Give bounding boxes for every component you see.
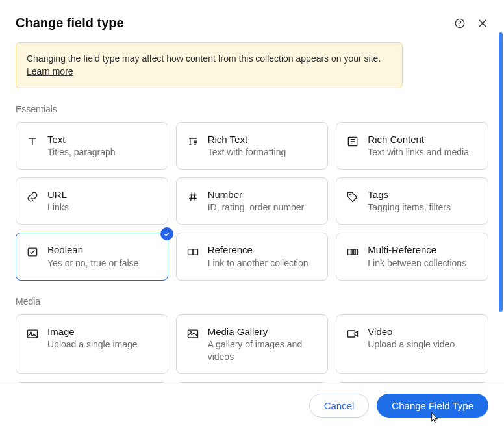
field-option-reference[interactable]: ReferenceLink to another collection bbox=[176, 233, 329, 280]
field-type-grid: ImageUpload a single imageMedia GalleryA… bbox=[16, 314, 488, 383]
card-title: Video bbox=[368, 325, 479, 338]
field-option-image[interactable]: ImageUpload a single image bbox=[16, 314, 168, 374]
modal-title: Change field type bbox=[16, 16, 124, 31]
svg-rect-14 bbox=[348, 331, 355, 337]
card-title: Reference bbox=[208, 244, 319, 257]
card-title: Number bbox=[208, 188, 319, 201]
card-body: Rich TextText with formatting bbox=[208, 133, 319, 158]
section-label: Essentials bbox=[16, 104, 488, 114]
modal-footer: Cancel Change Field Type bbox=[0, 383, 504, 428]
card-body: ImageUpload a single image bbox=[47, 325, 158, 351]
video-icon bbox=[346, 327, 360, 341]
header-actions bbox=[455, 18, 488, 29]
card-title: Media Gallery bbox=[208, 325, 319, 338]
modal-content: Changing the field type may affect how c… bbox=[0, 36, 504, 383]
card-description: Text with links and media bbox=[368, 146, 479, 158]
card-title: Boolean bbox=[47, 244, 158, 257]
field-option-document[interactable]: DocumentAdd files to a collection bbox=[176, 382, 329, 383]
multi-reference-icon bbox=[346, 245, 360, 259]
svg-rect-7 bbox=[348, 249, 353, 255]
help-icon[interactable] bbox=[455, 18, 465, 29]
card-title: URL bbox=[47, 188, 158, 201]
card-title: Rich Text bbox=[208, 133, 319, 146]
card-body: TagsTagging items, filters bbox=[368, 188, 479, 214]
field-option-boolean[interactable]: BooleanYes or no, true or false bbox=[16, 233, 168, 280]
card-body: NumberID, rating, order number bbox=[208, 188, 319, 214]
svg-point-13 bbox=[190, 331, 191, 333]
number-icon bbox=[186, 190, 200, 204]
selected-check-icon bbox=[160, 227, 173, 240]
field-option-tags[interactable]: TagsTagging items, filters bbox=[336, 177, 488, 225]
card-body: BooleanYes or no, true or false bbox=[47, 244, 158, 269]
cancel-button[interactable]: Cancel bbox=[309, 394, 370, 418]
card-body: Media GalleryA gallery of images and vid… bbox=[208, 325, 319, 363]
field-option-text[interactable]: TextTitles, paragraph bbox=[16, 122, 168, 170]
card-title: Multi-Reference bbox=[368, 244, 479, 257]
reference-icon bbox=[186, 245, 200, 259]
card-description: Upload a single video bbox=[368, 338, 479, 351]
field-option-multiple-documents[interactable]: Multiple documentsLet site site visitors… bbox=[336, 382, 488, 383]
field-option-multi-reference[interactable]: Multi-ReferenceLink between collections bbox=[336, 233, 488, 280]
card-body: Rich ContentText with links and media bbox=[368, 133, 479, 158]
warning-text: Changing the field type may affect how c… bbox=[27, 53, 381, 64]
card-body: VideoUpload a single video bbox=[368, 325, 479, 351]
svg-point-3 bbox=[350, 194, 351, 195]
section-label: Media bbox=[16, 296, 488, 307]
image-icon bbox=[25, 327, 40, 341]
tags-icon bbox=[346, 190, 360, 204]
rich-content-icon bbox=[346, 134, 360, 149]
field-option-rich-text[interactable]: Rich TextText with formatting bbox=[176, 122, 329, 170]
field-option-media-gallery[interactable]: Media GalleryA gallery of images and vid… bbox=[176, 314, 329, 374]
learn-more-link[interactable]: Learn more bbox=[27, 66, 73, 77]
field-option-url[interactable]: URLLinks bbox=[16, 177, 168, 225]
card-body: URLLinks bbox=[47, 188, 158, 214]
card-title: Image bbox=[47, 325, 158, 338]
boolean-icon bbox=[25, 245, 40, 259]
change-field-type-button[interactable]: Change Field Type bbox=[377, 394, 488, 418]
card-description: Titles, paragraph bbox=[47, 146, 158, 158]
scrollbar-thumb[interactable] bbox=[499, 32, 503, 312]
media-gallery-icon bbox=[186, 327, 200, 341]
field-option-video[interactable]: VideoUpload a single video bbox=[336, 314, 488, 374]
card-description: Link between collections bbox=[368, 257, 479, 270]
field-option-audio[interactable]: AudioUpload a audio file bbox=[16, 382, 168, 383]
card-description: Text with formatting bbox=[208, 146, 319, 158]
close-icon[interactable] bbox=[477, 18, 488, 29]
card-body: Multi-ReferenceLink between collections bbox=[368, 244, 479, 269]
card-title: Text bbox=[47, 133, 158, 146]
rich-text-icon bbox=[186, 134, 200, 149]
field-type-grid: TextTitles, paragraphRich TextText with … bbox=[16, 122, 488, 281]
card-title: Rich Content bbox=[368, 133, 479, 146]
card-description: ID, rating, order number bbox=[208, 201, 319, 214]
card-body: ReferenceLink to another collection bbox=[208, 244, 319, 269]
field-option-rich-content[interactable]: Rich ContentText with links and media bbox=[336, 122, 488, 170]
card-description: Links bbox=[47, 201, 158, 214]
card-body: TextTitles, paragraph bbox=[47, 133, 158, 158]
card-description: Upload a single image bbox=[47, 338, 158, 351]
warning-banner: Changing the field type may affect how c… bbox=[16, 42, 403, 88]
svg-point-1 bbox=[459, 25, 460, 25]
field-option-number[interactable]: NumberID, rating, order number bbox=[176, 177, 329, 225]
text-icon bbox=[25, 134, 40, 149]
card-title: Tags bbox=[368, 188, 479, 201]
url-icon bbox=[25, 190, 40, 204]
change-field-type-modal: Change field type Changing the field typ… bbox=[0, 0, 504, 428]
card-description: Yes or no, true or false bbox=[47, 257, 158, 270]
modal-header: Change field type bbox=[0, 0, 504, 36]
card-description: A gallery of images and videos bbox=[208, 338, 319, 363]
card-description: Tagging items, filters bbox=[368, 201, 479, 214]
card-description: Link to another collection bbox=[208, 257, 319, 270]
